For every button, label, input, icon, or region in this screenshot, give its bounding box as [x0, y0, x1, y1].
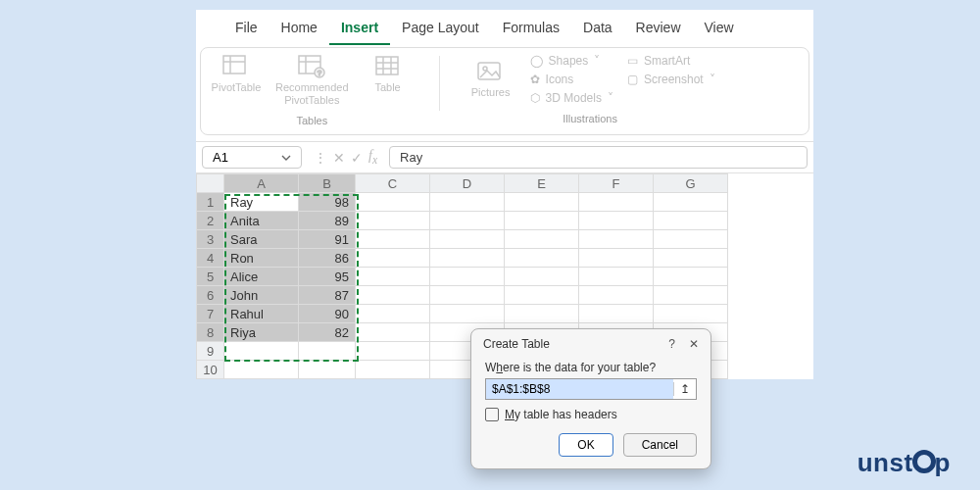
cell[interactable]: 86 [299, 249, 356, 268]
cell[interactable]: Anita [224, 212, 299, 230]
cell[interactable] [654, 268, 728, 286]
cell[interactable] [356, 212, 430, 230]
cell[interactable] [579, 286, 654, 305]
cell[interactable] [430, 249, 505, 268]
cell[interactable] [654, 249, 728, 268]
tab-view[interactable]: View [693, 10, 746, 45]
cell[interactable] [579, 193, 654, 212]
cell[interactable]: Ray [224, 193, 299, 212]
close-button[interactable]: ✕ [689, 337, 699, 351]
column-header-B[interactable]: B [299, 174, 356, 193]
cell[interactable] [224, 361, 299, 379]
range-input[interactable] [486, 379, 673, 399]
cell[interactable]: Sara [224, 230, 299, 249]
cell[interactable] [654, 230, 728, 249]
cell[interactable] [505, 268, 579, 286]
cell[interactable] [579, 268, 654, 286]
recommended-pivot-button[interactable]: ? Recommended PivotTables [275, 54, 349, 107]
cell[interactable] [356, 193, 430, 212]
select-all-cell[interactable] [197, 174, 224, 193]
screenshot-button[interactable]: ▢Screenshot˅ [627, 73, 715, 86]
cell[interactable]: 82 [299, 323, 356, 342]
cell[interactable] [356, 268, 430, 286]
cell[interactable] [356, 361, 430, 379]
cell[interactable] [654, 212, 728, 230]
cell[interactable]: Rahul [224, 305, 299, 323]
column-header-A[interactable]: A [224, 174, 299, 193]
cell[interactable] [505, 193, 579, 212]
cell[interactable] [356, 342, 430, 361]
cell[interactable] [430, 193, 505, 212]
help-button[interactable]: ? [668, 337, 675, 351]
cell[interactable]: 89 [299, 212, 356, 230]
range-picker-button[interactable]: ↥ [673, 382, 696, 396]
cell[interactable] [356, 230, 430, 249]
cell[interactable] [654, 286, 728, 305]
row-header[interactable]: 9 [197, 342, 224, 361]
cancel-icon[interactable]: ✕ [333, 150, 345, 166]
row-header[interactable]: 8 [197, 323, 224, 342]
cell[interactable] [430, 230, 505, 249]
cell[interactable] [505, 230, 579, 249]
cell[interactable] [430, 268, 505, 286]
formula-input[interactable]: Ray [389, 146, 808, 169]
row-header[interactable]: 6 [197, 286, 224, 305]
cell[interactable]: 98 [299, 193, 356, 212]
column-header-G[interactable]: G [654, 174, 728, 193]
cell[interactable] [505, 212, 579, 230]
name-box[interactable]: A1 [202, 146, 302, 169]
cell[interactable] [356, 286, 430, 305]
row-header[interactable]: 3 [197, 230, 224, 249]
tab-data[interactable]: Data [571, 10, 624, 45]
cell[interactable] [430, 305, 505, 323]
row-header[interactable]: 4 [197, 249, 224, 268]
fx-icon[interactable]: fx [368, 148, 377, 167]
column-header-C[interactable]: C [356, 174, 430, 193]
cell[interactable]: John [224, 286, 299, 305]
cell[interactable] [579, 305, 654, 323]
cell[interactable]: 95 [299, 268, 356, 286]
cell[interactable] [430, 212, 505, 230]
cell[interactable] [654, 305, 728, 323]
cell[interactable] [356, 305, 430, 323]
row-header[interactable]: 7 [197, 305, 224, 323]
enter-icon[interactable]: ✓ [351, 150, 363, 166]
tab-insert[interactable]: Insert [329, 10, 390, 45]
tab-file[interactable]: File [223, 10, 270, 45]
cell[interactable]: Ron [224, 249, 299, 268]
row-header[interactable]: 10 [197, 361, 224, 379]
column-header-D[interactable]: D [430, 174, 505, 193]
cell[interactable] [654, 193, 728, 212]
cell[interactable] [505, 249, 579, 268]
cell[interactable] [224, 342, 299, 361]
pivot-table-button[interactable]: PivotTable [211, 54, 262, 94]
table-button[interactable]: Table [363, 54, 414, 94]
more-icon[interactable]: ⋮ [314, 150, 327, 166]
cell[interactable] [299, 342, 356, 361]
tab-page-layout[interactable]: Page Layout [390, 10, 491, 45]
pictures-button[interactable]: Pictures [466, 59, 516, 99]
column-header-F[interactable]: F [579, 174, 654, 193]
cell[interactable] [505, 305, 579, 323]
cell[interactable] [356, 323, 430, 342]
cell[interactable]: 90 [299, 305, 356, 323]
smartart-button[interactable]: ▭SmartArt [627, 54, 715, 68]
cell[interactable] [579, 230, 654, 249]
row-header[interactable]: 5 [197, 268, 224, 286]
shapes-button[interactable]: ◯Shapes˅ [530, 54, 613, 68]
row-header[interactable]: 2 [197, 212, 224, 230]
tab-home[interactable]: Home [270, 10, 329, 45]
column-header-E[interactable]: E [505, 174, 579, 193]
cell[interactable]: Alice [224, 268, 299, 286]
ok-button[interactable]: OK [559, 433, 612, 457]
cell[interactable] [579, 212, 654, 230]
cell[interactable] [430, 286, 505, 305]
cell[interactable]: 91 [299, 230, 356, 249]
cell[interactable] [505, 286, 579, 305]
row-header[interactable]: 1 [197, 193, 224, 212]
tab-formulas[interactable]: Formulas [491, 10, 571, 45]
tab-review[interactable]: Review [624, 10, 693, 45]
cell[interactable] [356, 249, 430, 268]
cell[interactable]: Riya [224, 323, 299, 342]
cell[interactable] [299, 361, 356, 379]
